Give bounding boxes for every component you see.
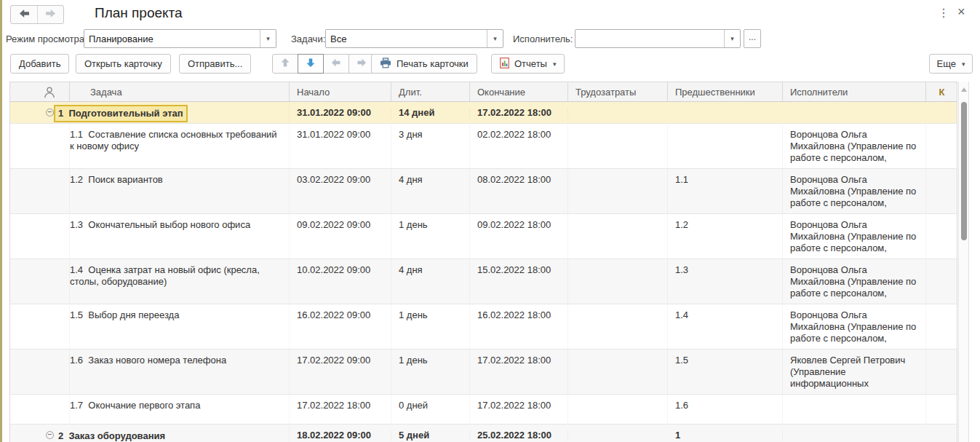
forward-arrow-icon — [45, 8, 56, 21]
person-icon — [42, 86, 57, 101]
table-row[interactable]: 1.7 Окончание первого этапа17.02.2022 18… — [10, 395, 957, 425]
k-cell — [926, 259, 957, 304]
header-predecessors[interactable]: Предшественники — [668, 82, 783, 101]
table-row[interactable]: 1.3 Окончательный выбор нового офиса09.0… — [10, 214, 957, 259]
add-button[interactable]: Добавить — [10, 54, 69, 74]
chevron-down-icon[interactable]: ▾ — [487, 30, 503, 47]
finish-cell: 17.02.2022 18:00 — [470, 395, 568, 424]
duration-cell: 0 дней — [391, 395, 470, 424]
header-k[interactable]: К — [926, 82, 957, 101]
effort-cell — [568, 124, 668, 168]
start-cell: 16.02.2022 09:00 — [290, 304, 391, 349]
tasks-filter-select[interactable]: Все ▾ — [325, 29, 503, 48]
close-icon[interactable]: × — [957, 4, 965, 19]
finish-cell: 17.02.2022 18:00 — [470, 107, 568, 119]
window-left-edge — [0, 0, 2, 442]
history-nav — [10, 5, 64, 24]
chevron-down-icon[interactable]: ▾ — [260, 30, 276, 47]
table-row[interactable]: 1.1 Составление списка основных требован… — [10, 124, 957, 169]
task-table: Задача Начало Длит. Окончание Трудозатра… — [9, 82, 957, 442]
row-marker-cell — [10, 169, 70, 213]
header-effort[interactable]: Трудозатраты — [568, 82, 668, 101]
view-mode-label: Режим просмотра: — [6, 33, 87, 44]
header-start[interactable]: Начало — [290, 82, 391, 101]
predecessors-cell: 1.5 — [668, 350, 783, 394]
scroll-thumb[interactable] — [961, 102, 967, 240]
forward-button[interactable] — [37, 6, 63, 23]
move-up-button[interactable] — [272, 54, 298, 74]
effort-cell — [568, 214, 668, 259]
send-button[interactable]: Отправить... — [179, 54, 251, 74]
right-arrow-icon — [356, 58, 367, 71]
collapse-icon[interactable]: − — [46, 108, 54, 117]
duration-cell: 4 дня — [391, 169, 470, 213]
executors-cell: Воронцова Ольга Михайловна (Управление п… — [783, 169, 926, 213]
executors-cell: Воронцова Ольга Михайловна (Управление п… — [783, 259, 926, 304]
task-name-cell: 1.5 Выбор дня переезда — [70, 304, 290, 349]
task-rows: −1 Подготовительный этап31.01.2022 09:00… — [10, 102, 957, 442]
duration-cell: 1 день — [391, 214, 470, 259]
table-header: Задача Начало Длит. Окончание Трудозатра… — [10, 82, 957, 102]
header-executors[interactable]: Исполнители — [783, 82, 926, 101]
executor-more-button[interactable]: ... — [744, 29, 761, 48]
chevron-down-icon: ▾ — [962, 60, 965, 68]
executors-text: Воронцова Ольга Михайловна (Управление п… — [790, 264, 923, 299]
table-row[interactable]: −1 Подготовительный этап31.01.2022 09:00… — [10, 102, 957, 124]
start-cell: 10.02.2022 09:00 — [290, 259, 391, 304]
executors-cell: Воронцова Ольга Михайловна (Управление п… — [783, 124, 926, 168]
table-row[interactable]: 1.2 Поиск вариантов03.02.2022 09:004 дня… — [10, 169, 957, 214]
task-name-cell: 1.3 Окончательный выбор нового офиса — [70, 214, 290, 259]
row-marker-cell — [10, 304, 70, 349]
more-button[interactable]: Еще ▾ — [929, 54, 973, 74]
duration-cell: 4 дня — [391, 259, 470, 304]
effort-cell — [568, 169, 668, 213]
report-icon — [500, 58, 509, 71]
vertical-scrollbar[interactable] — [958, 82, 969, 442]
header-marker-column[interactable] — [10, 82, 70, 101]
table-row[interactable]: 1.5 Выбор дня переезда16.02.2022 09:001 … — [10, 304, 957, 350]
header-duration[interactable]: Длит. — [391, 82, 470, 101]
header-task[interactable]: Задача — [70, 82, 290, 101]
duration-cell: 3 дня — [391, 124, 470, 168]
predecessors-cell: 1.3 — [668, 259, 783, 304]
move-buttons — [272, 54, 375, 74]
back-arrow-icon — [19, 8, 30, 21]
table-row[interactable]: −2 Заказ оборудования18.02.2022 09:005 д… — [10, 425, 957, 442]
move-down-button[interactable] — [298, 54, 324, 74]
print-card-button[interactable]: Печать карточки — [371, 54, 477, 74]
open-card-button[interactable]: Открыть карточку — [76, 54, 171, 74]
finish-cell: 16.02.2022 18:00 — [470, 304, 568, 349]
executor-filter-label: Исполнитель: — [513, 33, 573, 44]
menu-dots-icon[interactable]: ⋮ — [938, 7, 949, 19]
header-finish[interactable]: Окончание — [470, 82, 568, 101]
view-mode-select[interactable]: Планирование ▾ — [84, 29, 276, 48]
k-cell — [926, 395, 957, 424]
predecessors-cell: 1.1 — [668, 169, 783, 213]
reports-button[interactable]: Отчеты ▾ — [491, 54, 565, 74]
view-mode-value: Планирование — [84, 30, 260, 47]
task-name: 1 Подготовительный этап — [54, 105, 188, 122]
task-name-cell: 1.1 Составление списка основных требован… — [70, 124, 290, 168]
move-left-button[interactable] — [323, 54, 349, 74]
duration-cell: 5 дней — [391, 430, 470, 441]
finish-cell: 08.02.2022 18:00 — [470, 169, 568, 213]
effort-cell — [568, 395, 668, 424]
duration-cell: 1 день — [391, 304, 470, 349]
printer-icon — [380, 58, 391, 71]
table-row[interactable]: 1.4 Оценка затрат на новый офис (кресла,… — [10, 259, 957, 304]
back-button[interactable] — [11, 6, 37, 23]
scroll-up-icon[interactable] — [961, 87, 967, 92]
executors-text: Яковлев Сергей Петрович (Управление инфо… — [790, 355, 923, 390]
collapse-icon[interactable]: − — [46, 431, 54, 439]
executor-filter-select[interactable]: ▾ — [575, 29, 741, 48]
executors-text: Воронцова Ольга Михайловна (Управление п… — [790, 174, 923, 209]
finish-cell: 17.02.2022 18:00 — [470, 350, 568, 394]
chevron-down-icon[interactable]: ▾ — [724, 30, 740, 47]
duration-cell: 14 дней — [391, 107, 470, 119]
task-tree-cell: −2 Заказ оборудования — [10, 426, 290, 442]
finish-cell: 25.02.2022 18:00 — [470, 430, 568, 441]
table-row[interactable]: 1.6 Заказ нового номера телефона17.02.20… — [10, 350, 957, 395]
task-name-cell: 1.7 Окончание первого этапа — [70, 395, 290, 424]
k-cell — [926, 304, 957, 349]
row-marker-cell — [10, 214, 70, 259]
